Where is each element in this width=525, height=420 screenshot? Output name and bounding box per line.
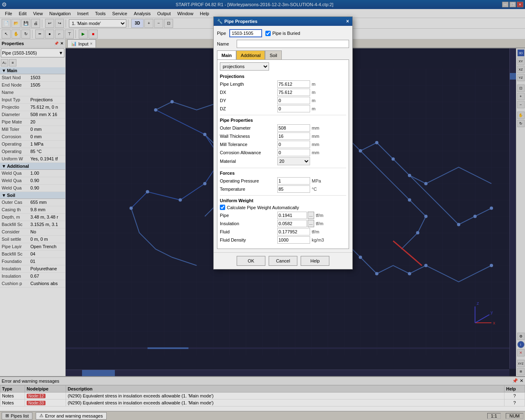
prop-wall-thick: Wall Thickness mm xyxy=(220,132,346,140)
forces-section: Forces Operating Pressure MPa Temperatur… xyxy=(220,170,346,193)
dialog-title-bar: 🔧 Pipe Properties × xyxy=(214,17,352,26)
insulation-uw-value-group: … xyxy=(277,220,314,227)
temperature-input[interactable] xyxy=(277,185,310,193)
projections-section: Projections Pipe Length m DX m DY xyxy=(220,73,346,112)
ok-button[interactable]: OK xyxy=(237,256,265,266)
wall-thick-input[interactable] xyxy=(277,132,310,140)
prop-pipe-length: Pipe Length m xyxy=(220,80,346,88)
tab-soil[interactable]: Soil xyxy=(265,50,281,59)
insulation-uw-input[interactable] xyxy=(277,220,307,227)
pipe-header-row: Pipe 1503-1505 Pipe is Buried xyxy=(217,29,349,37)
material-select[interactable]: 20 xyxy=(277,157,310,165)
pipe-uw-input[interactable] xyxy=(277,212,307,219)
fluid-uw-input[interactable] xyxy=(277,228,310,235)
uw-checkbox-row: Calculate Pipe Weight Automatically xyxy=(220,205,346,210)
buried-checkbox[interactable] xyxy=(265,31,271,36)
prop-pipe-uw: Pipe … tf/m xyxy=(220,212,346,219)
uniform-weight-section: Uniform Weight Calculate Pipe Weight Aut… xyxy=(220,197,346,244)
outer-diam-input[interactable] xyxy=(277,124,310,132)
uw-checkbox[interactable] xyxy=(220,205,225,210)
pipe-uw-value-group: … xyxy=(277,212,314,219)
pipe-properties-section: Pipe Properties Outer Diameter mm Wall T… xyxy=(220,117,346,165)
divider-2 xyxy=(220,168,346,168)
dx-input[interactable] xyxy=(277,89,310,96)
dialog-icon: 🔧 xyxy=(217,19,223,24)
prop-dz: DZ m xyxy=(220,105,346,112)
prop-temperature-d: Temperature °C xyxy=(220,185,346,193)
prop-insulation-uw: Insulation … tf/m xyxy=(220,220,346,227)
name-input[interactable] xyxy=(237,40,349,48)
prop-fluid-uw: Fluid tf/m xyxy=(220,228,346,235)
dialog-body: Pipe 1503-1505 Pipe is Buried Name Main … xyxy=(214,26,352,252)
prop-op-pressure-d: Operating Pressure MPa xyxy=(220,177,346,185)
cancel-button[interactable]: Cancel xyxy=(269,256,297,266)
dialog-footer: OK Cancel Help xyxy=(214,252,352,269)
fluid-density-input[interactable] xyxy=(277,236,310,244)
insulation-uw-btn[interactable]: … xyxy=(308,220,314,227)
prop-mill-tol-d: Mill Tolerance mm xyxy=(220,141,346,148)
projections-title: Projections xyxy=(220,73,346,80)
corrosion-input[interactable] xyxy=(277,149,310,156)
proj-type-select[interactable]: projections xyxy=(220,62,269,71)
prop-corrosion-d: Corrosion Allowance mm xyxy=(220,149,346,156)
mill-tol-input[interactable] xyxy=(277,141,310,148)
prop-material-d: Material 20 xyxy=(220,157,346,165)
proj-type-row: projections xyxy=(220,62,346,71)
dialog-title-text: Pipe Properties xyxy=(224,19,258,24)
prop-fluid-density: Fluid Density kg/m3 xyxy=(220,236,346,244)
buried-checkbox-label[interactable]: Pipe is Buried xyxy=(265,31,300,36)
pipe-props-title: Pipe Properties xyxy=(220,117,346,123)
help-button[interactable]: Help xyxy=(301,256,329,266)
tab-content-main: projections Projections Pipe Length m DX… xyxy=(217,59,349,249)
op-pressure-input[interactable] xyxy=(277,177,310,185)
pipe-properties-dialog: 🔧 Pipe Properties × Pipe 1503-1505 Pipe … xyxy=(213,16,353,269)
uw-title: Uniform Weight xyxy=(220,197,346,204)
tab-additional[interactable]: Additional xyxy=(236,50,265,59)
name-row: Name xyxy=(217,40,349,48)
pipe-uw-btn[interactable]: … xyxy=(308,212,314,219)
name-field-label: Name xyxy=(217,41,233,46)
pipe-length-input[interactable] xyxy=(277,80,310,88)
prop-outer-diam: Outer Diameter mm xyxy=(220,124,346,132)
dz-input[interactable] xyxy=(277,105,310,112)
modal-overlay: 🔧 Pipe Properties × Pipe 1503-1505 Pipe … xyxy=(0,0,525,420)
divider-1 xyxy=(220,115,346,115)
pipe-field-label: Pipe xyxy=(217,31,226,36)
prop-dy: DY m xyxy=(220,97,346,104)
prop-dx: DX m xyxy=(220,89,346,96)
divider-3 xyxy=(220,195,346,196)
dialog-close-btn[interactable]: × xyxy=(346,18,349,24)
forces-title: Forces xyxy=(220,170,346,176)
dy-input[interactable] xyxy=(277,97,310,104)
tab-main[interactable]: Main xyxy=(217,50,236,59)
pipe-id-field: 1503-1505 xyxy=(229,29,262,37)
dialog-tab-bar: Main Additional Soil xyxy=(217,50,349,59)
